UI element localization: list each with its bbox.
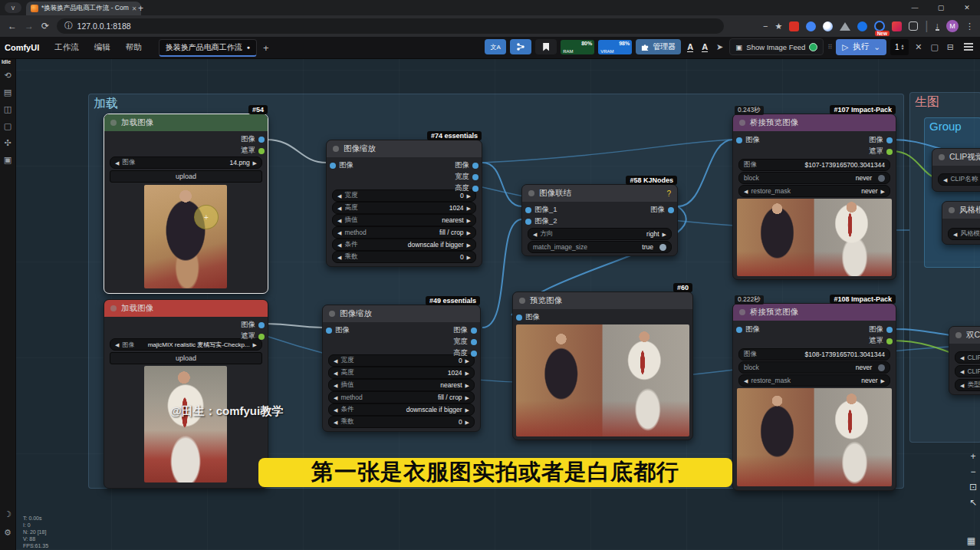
browser-menu-kebab-icon[interactable]: ⋮ xyxy=(965,21,974,31)
right-arrow-icon[interactable]: ▶ xyxy=(465,407,469,413)
browser-tab[interactable]: *换装换产品电商工作流 - Com ✕ xyxy=(26,2,141,15)
profile-avatar[interactable]: M xyxy=(946,20,959,32)
right-arrow-icon[interactable]: ▶ xyxy=(253,160,257,166)
group-inner[interactable]: Group xyxy=(924,117,980,268)
translate-icon[interactable]: 文A xyxy=(485,39,506,54)
group-inner-label[interactable]: Group xyxy=(929,120,962,133)
left-arrow-icon[interactable]: ◀ xyxy=(334,407,337,413)
left-arrow-icon[interactable]: ◀ xyxy=(115,342,119,347)
window-maximize-button[interactable]: ▢ xyxy=(928,0,954,15)
node-image-resize-1[interactable]: #74 essentials 图像缩放 图像 图像 宽度 高度 ◀宽度0▶ ◀高… xyxy=(326,140,482,267)
input-image2-port[interactable]: 图像_2 xyxy=(525,216,557,226)
left-arrow-icon[interactable]: ◀ xyxy=(960,355,964,361)
port-dot-icon[interactable] xyxy=(472,163,478,169)
font-size-a2-icon[interactable]: A xyxy=(702,42,708,52)
select-mode-button[interactable]: ↖ xyxy=(969,497,977,508)
style-model-widget[interactable]: ◀风格模型名 xyxy=(948,228,980,240)
port-dot-icon[interactable] xyxy=(258,137,265,143)
collapse-dot-icon[interactable] xyxy=(528,190,534,196)
node-clip-vision-load[interactable]: CLIP视觉加 ◀CLIP名称 xyxy=(932,148,980,192)
folder-icon[interactable]: ▢ xyxy=(0,121,15,131)
menu-workflow[interactable]: 工作流 xyxy=(54,42,79,53)
settings-gear-icon[interactable]: ⚙ xyxy=(0,528,15,538)
right-arrow-icon[interactable]: ▶ xyxy=(465,358,469,364)
port-dot-icon[interactable] xyxy=(736,327,742,333)
workflows-icon[interactable]: ▤ xyxy=(0,87,15,97)
block-toggle[interactable]: blocknever xyxy=(738,361,890,374)
input-image-port[interactable]: 图像 xyxy=(736,135,760,145)
share-arrow-icon[interactable]: ➤ xyxy=(716,42,723,52)
left-arrow-icon[interactable]: ◀ xyxy=(953,232,957,237)
image-select-widget[interactable]: ◀图像majicMIX realistic 麦橘写实-Checkp...▶ xyxy=(110,338,262,351)
port-dot-icon[interactable] xyxy=(525,219,531,225)
port-dot-icon[interactable] xyxy=(471,351,477,357)
right-arrow-icon[interactable]: ▶ xyxy=(881,378,885,384)
image-id-widget[interactable]: 图像$108-1739165701.3041344 xyxy=(738,348,890,361)
drag-handle-icon[interactable]: ⠿ xyxy=(827,44,832,51)
right-arrow-icon[interactable]: ▶ xyxy=(467,218,471,223)
node-header[interactable]: 图像缩放 xyxy=(323,305,480,322)
feed-toggle-knob[interactable] xyxy=(809,43,817,51)
node-header[interactable]: 预览图像 xyxy=(513,292,692,309)
zoom-indicator-icon[interactable]: − xyxy=(763,21,768,31)
input-image-port[interactable]: 图像 xyxy=(736,324,760,334)
menu-hamburger-icon[interactable] xyxy=(964,46,973,48)
tab-close-icon[interactable]: ✕ xyxy=(132,5,137,12)
image-select-widget[interactable]: ◀图像14.png▶ xyxy=(110,156,262,169)
right-arrow-icon[interactable]: ▶ xyxy=(881,189,885,194)
output-height-port[interactable]: 高度 xyxy=(453,348,477,358)
extension-icon[interactable] xyxy=(892,21,902,31)
manager-button[interactable]: 管理器 xyxy=(636,39,681,54)
node-image-concat[interactable]: #58 KJNodes 图像联结? 图像_1 图像_2 图像 ◀方向right▶… xyxy=(521,184,678,256)
node-header[interactable]: 加载图像 xyxy=(104,300,268,317)
clip-name-widget[interactable]: ◀CLIP名称 xyxy=(938,173,980,186)
restore-mask-widget[interactable]: ◀restore_masknever▶ xyxy=(738,185,890,197)
extension-icon[interactable] xyxy=(789,21,799,31)
output-image-port[interactable]: 图像 xyxy=(241,320,265,330)
extension-icon[interactable] xyxy=(857,21,867,31)
output-mask-port[interactable]: 遮罩 xyxy=(869,147,893,156)
port-dot-icon[interactable] xyxy=(258,322,265,328)
left-arrow-icon[interactable]: ◀ xyxy=(337,218,341,223)
workflow-graph-icon[interactable] xyxy=(510,39,531,54)
port-dot-icon[interactable] xyxy=(471,328,477,334)
block-toggle[interactable]: blocknever xyxy=(738,172,890,184)
models-icon[interactable]: ◫ xyxy=(0,104,15,114)
restore-mask-widget[interactable]: ◀restore_masknever▶ xyxy=(738,374,890,387)
right-arrow-icon[interactable]: ▶ xyxy=(465,383,469,388)
output-image-port[interactable]: 图像 xyxy=(650,205,674,215)
left-arrow-icon[interactable]: ◀ xyxy=(943,177,947,183)
window-close-button[interactable]: ✕ xyxy=(954,0,980,15)
port-dot-icon[interactable] xyxy=(258,148,265,154)
port-dot-icon[interactable] xyxy=(736,137,742,143)
new-workflow-button[interactable]: + xyxy=(263,42,269,54)
clip1-widget[interactable]: ◀CLIP1 xyxy=(955,351,980,364)
back-icon[interactable]: ← xyxy=(8,21,17,31)
collapse-dot-icon[interactable] xyxy=(739,309,745,315)
right-arrow-icon[interactable]: ▶ xyxy=(253,342,257,347)
collapse-dot-icon[interactable] xyxy=(329,311,335,317)
output-image-port[interactable]: 图像 xyxy=(453,325,477,335)
stop-icon[interactable]: ▢ xyxy=(930,42,938,52)
left-arrow-icon[interactable]: ◀ xyxy=(960,369,964,374)
left-arrow-icon[interactable]: ◀ xyxy=(337,206,341,211)
cancel-run-icon[interactable]: ✕ xyxy=(915,42,922,52)
extension-icon[interactable] xyxy=(874,21,885,31)
collapse-dot-icon[interactable] xyxy=(955,332,962,338)
group-load-label[interactable]: 加载 xyxy=(94,96,118,112)
font-size-a-icon[interactable]: A xyxy=(687,42,693,52)
collapse-dot-icon[interactable] xyxy=(333,146,339,152)
left-arrow-icon[interactable]: ◀ xyxy=(334,420,337,425)
node-dual-clip-load[interactable]: 双CLIP ◀CLIP1 ◀CLIP2 ◀类型 xyxy=(949,326,980,395)
input-image-port[interactable]: 图像 xyxy=(330,160,354,170)
toggle-knob-icon[interactable] xyxy=(878,175,885,182)
multiple-widget[interactable]: ◀乘数0▶ xyxy=(328,416,475,428)
image-id-widget[interactable]: 图像$107-1739165700.3041344 xyxy=(738,159,890,171)
output-image-port[interactable]: 图像 xyxy=(869,324,893,334)
left-arrow-icon[interactable]: ◀ xyxy=(337,255,341,260)
node-header[interactable]: 加载图像 xyxy=(104,114,268,131)
output-image-port[interactable]: 图像 xyxy=(241,134,265,144)
port-dot-icon[interactable] xyxy=(516,315,522,321)
input-image-port[interactable]: 图像 xyxy=(516,312,540,322)
menu-help[interactable]: 帮助 xyxy=(126,42,142,53)
